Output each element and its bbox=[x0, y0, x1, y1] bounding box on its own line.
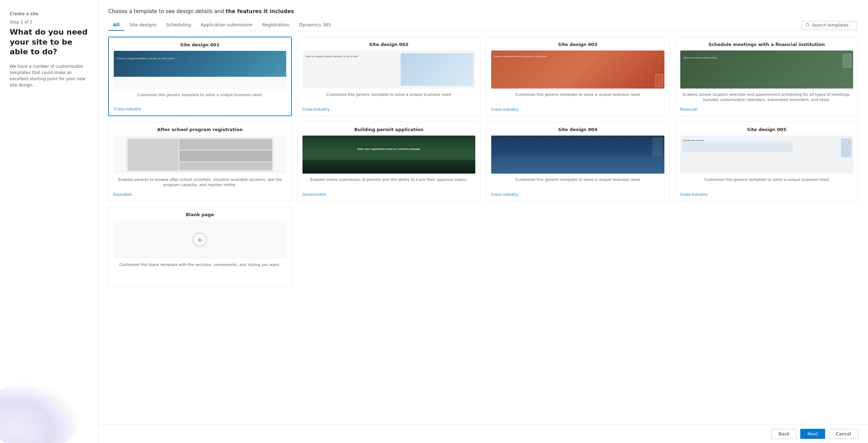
preview-detail bbox=[843, 54, 851, 68]
right-header: Choose a template to see design details … bbox=[99, 0, 868, 31]
preview-detail bbox=[127, 138, 273, 172]
template-card-schedule-meetings[interactable]: Schedule meetings with a financial insti… bbox=[675, 37, 859, 116]
card-title: Site design 005 bbox=[680, 127, 853, 132]
tab-application-submission[interactable]: Application submission bbox=[196, 19, 258, 31]
card-tag: Cross-industry bbox=[680, 192, 853, 197]
template-card-site-design-001[interactable]: Site design 001 Customize this generic t… bbox=[108, 37, 292, 116]
main-heading: What do you need your site to be able to… bbox=[10, 27, 88, 57]
card-tag: Financial bbox=[680, 107, 853, 112]
preview-detail bbox=[655, 74, 663, 87]
card-preview bbox=[491, 136, 664, 174]
card-title: Schedule meetings with a financial insti… bbox=[680, 42, 853, 47]
card-title: After school program registration bbox=[113, 127, 287, 132]
template-card-site-design-003[interactable]: Site design 003 Customize this generic t… bbox=[486, 37, 670, 116]
tab-site-designs[interactable]: Site designs bbox=[124, 19, 161, 31]
card-title: Building permit application bbox=[302, 127, 476, 132]
decorative-shape bbox=[0, 381, 83, 443]
card-description: Customize this generic template to solve… bbox=[680, 177, 853, 190]
right-panel: Choose a template to see design details … bbox=[99, 0, 868, 443]
tab-all[interactable]: All bbox=[108, 19, 124, 31]
card-title: Site design 001 bbox=[114, 42, 286, 47]
template-card-building-permit[interactable]: Building permit application Enables onli… bbox=[297, 122, 481, 201]
card-preview bbox=[113, 136, 287, 174]
left-panel: Create a site Step 1 of 2 What do you ne… bbox=[0, 0, 99, 443]
tab-dynamics-365[interactable]: Dynamics 365 bbox=[294, 19, 336, 31]
card-title: Blank page bbox=[113, 212, 287, 217]
next-button[interactable]: Next bbox=[800, 429, 825, 439]
card-tag: Cross-industry bbox=[491, 192, 664, 197]
template-card-site-design-004[interactable]: Site design 004 Customize this generic t… bbox=[486, 122, 670, 201]
app-title: Create a site bbox=[10, 11, 88, 16]
card-description: Customize this blank template with the s… bbox=[113, 262, 287, 279]
tabs-bar: All Site designs Scheduling Application … bbox=[108, 19, 858, 31]
step-label: Step 1 of 2 bbox=[10, 20, 88, 25]
card-title: Site design 003 bbox=[491, 42, 664, 47]
search-placeholder: Search templates bbox=[812, 23, 848, 28]
card-description: Customize this generic template to solve… bbox=[114, 92, 286, 104]
card-description: Customize this generic template to solve… bbox=[302, 92, 476, 104]
card-tag: Cross-industry bbox=[302, 107, 476, 112]
card-preview bbox=[114, 51, 286, 89]
card-description: Enables online submission of permits and… bbox=[302, 177, 476, 190]
card-preview: + bbox=[113, 221, 287, 259]
card-description: Enables simple location selection and ap… bbox=[680, 92, 853, 104]
search-templates-box[interactable]: Search templates bbox=[802, 21, 857, 29]
card-preview bbox=[302, 50, 476, 89]
preview-gradient bbox=[302, 158, 476, 174]
card-tag: Government bbox=[302, 192, 476, 197]
tab-registration[interactable]: Registration bbox=[258, 19, 294, 31]
templates-area: Site design 001 Customize this generic t… bbox=[99, 31, 868, 424]
preview-detail bbox=[491, 136, 664, 174]
card-description: Customize this generic template to solve… bbox=[491, 177, 664, 190]
card-tag: Education bbox=[113, 192, 287, 197]
template-card-blank-page[interactable]: Blank page + Customize this blank templa… bbox=[108, 207, 292, 286]
back-button[interactable]: Back bbox=[771, 429, 797, 439]
card-preview bbox=[680, 50, 853, 89]
template-card-site-design-005[interactable]: Site design 005 Customize this generic t… bbox=[675, 122, 859, 201]
preview-detail bbox=[401, 53, 473, 86]
card-description: Customize this generic template to solve… bbox=[491, 92, 664, 104]
card-preview bbox=[491, 50, 664, 89]
footer: Back Next Cancel bbox=[99, 424, 868, 443]
card-preview bbox=[680, 136, 853, 174]
template-card-after-school[interactable]: After school program registration Enable… bbox=[108, 122, 292, 201]
add-icon: + bbox=[193, 233, 207, 247]
cancel-button[interactable]: Cancel bbox=[829, 429, 858, 439]
card-description: Enables parents to browse after school a… bbox=[113, 177, 287, 190]
card-preview bbox=[302, 136, 476, 174]
card-title: Site design 002 bbox=[302, 42, 476, 47]
choose-title: Choose a template to see design details … bbox=[108, 8, 858, 15]
tab-scheduling[interactable]: Scheduling bbox=[161, 19, 196, 31]
search-icon bbox=[805, 23, 810, 27]
card-tag: Cross-industry bbox=[114, 107, 286, 111]
description: We have a number of customizable templat… bbox=[10, 63, 88, 88]
template-card-site-design-002[interactable]: Site design 002 Customize this generic t… bbox=[297, 37, 481, 116]
card-title: Site design 004 bbox=[491, 127, 664, 132]
preview-detail bbox=[682, 142, 793, 152]
templates-grid: Site design 001 Customize this generic t… bbox=[108, 37, 858, 286]
card-tag: Cross-industry bbox=[491, 107, 664, 112]
